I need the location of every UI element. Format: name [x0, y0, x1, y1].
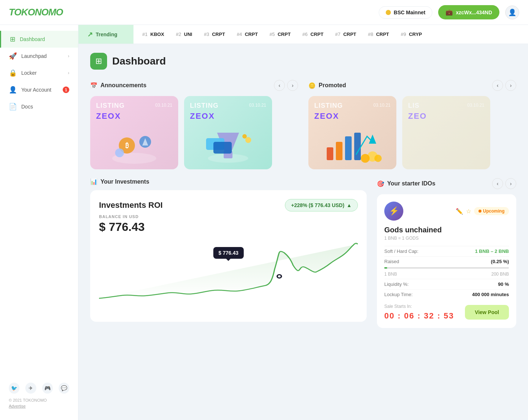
- sidebar-item-dashboard[interactable]: ⊞ Dashboard: [0, 31, 78, 48]
- svg-point-11: [245, 137, 251, 143]
- roi-title: Investments ROI: [99, 200, 163, 210]
- network-dot: [386, 10, 391, 15]
- promoted-section: 🪙 Promoted ‹ › LISTING 03.10.21 ZEOX: [308, 80, 516, 169]
- announcements-header: 📅 Announcements ‹ ›: [90, 80, 298, 91]
- promoted-card-1[interactable]: LISTING 03.10.21 ZEOX: [308, 96, 396, 169]
- view-pool-button[interactable]: View Pool: [465, 305, 509, 320]
- ido-actions: ✏️ ☆ Upcoming: [456, 207, 509, 215]
- advertise-link[interactable]: Advertise: [9, 404, 69, 408]
- investments-title: 📊 Your Investments: [90, 178, 149, 185]
- main-content: ⊞ Dashboard 📅 Announcements ‹ › LISTING …: [78, 44, 528, 420]
- announcements-nav: ‹ ›: [274, 80, 298, 91]
- launchpad-icon: 🚀: [9, 52, 17, 60]
- announcement-card-1[interactable]: LISTING 03.10.21 ZEOX ₿: [90, 96, 178, 169]
- card-brand: ZEOX: [190, 111, 215, 121]
- edit-icon[interactable]: ✏️: [456, 208, 463, 215]
- social-icons: 🐦 ✈ 🎮 💬: [9, 383, 69, 394]
- trending-item-9[interactable]: #9 CRYP: [401, 32, 422, 37]
- telegram-icon[interactable]: ✈: [25, 383, 36, 394]
- promoted-next-button[interactable]: ›: [505, 80, 516, 91]
- network-button[interactable]: BSC Mainnet: [379, 6, 432, 19]
- wallet-button[interactable]: 💼 xzcWx...434ND: [438, 5, 499, 19]
- reddit-icon[interactable]: 💬: [59, 383, 69, 394]
- sidebar-item-docs[interactable]: 📄 Docs: [0, 98, 78, 115]
- card-label: LISTING: [314, 102, 343, 110]
- svg-point-5: [115, 148, 124, 157]
- star-icon[interactable]: ☆: [466, 208, 471, 215]
- ido-rate: 1 BNB = 1 GODS: [384, 236, 509, 241]
- docs-icon: 📄: [9, 103, 17, 111]
- promoted-card-2[interactable]: LIS 03.10.21 ZEO: [402, 96, 490, 169]
- header-right: BSC Mainnet 💼 xzcWx...434ND 👤: [379, 5, 519, 19]
- header: TOKONOMO BSC Mainnet 💼 xzcWx...434ND 👤: [0, 0, 528, 25]
- trending-item-3[interactable]: #3 CRPT: [204, 32, 225, 37]
- ido-logo-icon: ⚡: [389, 206, 399, 216]
- trending-bar: ↗ Trending #1 KBOX #2 UNI #3 CRPT #4 CRP…: [78, 25, 528, 44]
- card-date: 03.10.21: [373, 103, 390, 108]
- account-icon: 👤: [9, 86, 17, 94]
- svg-rect-14: [336, 142, 342, 160]
- trending-item-7[interactable]: #7 CRPT: [335, 32, 356, 37]
- svg-point-22: [278, 275, 281, 277]
- ido-card-header: ⚡ ✏️ ☆ Upcoming: [384, 202, 509, 221]
- sidebar-item-launchpad[interactable]: 🚀 Launchpad ›: [0, 48, 78, 65]
- trending-item-2[interactable]: #2 UNI: [176, 32, 192, 37]
- card-date: 03.10.21: [249, 103, 266, 108]
- promoted-title: 🪙 Promoted: [308, 82, 346, 89]
- balance-label: BALANCE IN USD: [99, 214, 358, 219]
- trending-item-1[interactable]: #1 KBOX: [142, 32, 164, 37]
- discord-icon[interactable]: 🎮: [42, 383, 53, 394]
- page-header: ⊞ Dashboard: [90, 53, 516, 70]
- promoted-header: 🪙 Promoted ‹ ›: [308, 80, 516, 91]
- sidebar: ⊞ Dashboard 🚀 Launchpad › 🔒 Locker › 👤 Y…: [0, 25, 78, 420]
- card-illustration: [188, 122, 268, 166]
- investments-icon: 📊: [90, 178, 98, 185]
- promoted-nav: ‹ ›: [492, 80, 516, 91]
- promoted-cards: LISTING 03.10.21 ZEOX: [308, 96, 516, 169]
- wallet-icon: 💼: [445, 9, 453, 16]
- chart-tooltip: $ 776.43: [213, 247, 244, 259]
- card-brand: ZEO: [408, 111, 427, 121]
- triangle-up-icon: ▲: [346, 202, 352, 208]
- chart-area: $ 776.43: [99, 240, 358, 313]
- twitter-icon[interactable]: 🐦: [9, 383, 19, 394]
- avatar-button[interactable]: 👤: [505, 5, 519, 19]
- svg-point-20: [374, 155, 382, 162]
- announcements-section: 📅 Announcements ‹ › LISTING 03.10.21 ZEO…: [90, 80, 298, 169]
- svg-point-19: [361, 154, 370, 163]
- card-brand: ZEOX: [314, 111, 339, 121]
- svg-rect-16: [354, 133, 361, 160]
- ido-row-lockup: Lockup Time: 400 000 minutes: [384, 289, 509, 299]
- timer-wrapper: Sale Starts In: 00 : 06 : 32 : 53: [384, 304, 454, 321]
- trending-item-5[interactable]: #5 CRPT: [270, 32, 290, 37]
- trending-item-4[interactable]: #4 CRPT: [237, 32, 258, 37]
- user-icon: 👤: [508, 8, 516, 16]
- trending-item-6[interactable]: #6 CRPT: [302, 32, 323, 37]
- sidebar-item-locker[interactable]: 🔒 Locker ›: [0, 65, 78, 81]
- trending-item-8[interactable]: #8 CRPT: [368, 32, 389, 37]
- ido-next-button[interactable]: ›: [505, 178, 516, 189]
- card-illustration: [312, 122, 393, 166]
- ido-prev-button[interactable]: ‹: [492, 178, 503, 189]
- announcements-prev-button[interactable]: ‹: [274, 80, 285, 91]
- ido-title: 🎯 Your starter IDOs: [377, 180, 435, 187]
- promoted-prev-button[interactable]: ‹: [492, 80, 503, 91]
- svg-text:₿: ₿: [125, 142, 129, 149]
- upcoming-dot: [478, 210, 481, 213]
- trending-button[interactable]: ↗ Trending: [78, 25, 133, 44]
- card-brand: ZEOX: [96, 111, 121, 121]
- raised-labels: 1 BNB 200 BNB: [384, 272, 509, 277]
- promoted-icon: 🪙: [308, 82, 316, 89]
- raised-fill: [384, 267, 387, 269]
- sidebar-footer: 🐦 ✈ 🎮 💬 © 2021 TOKONOMO Advertise: [0, 377, 78, 414]
- page-icon: ⊞: [90, 53, 107, 70]
- announcements-next-button[interactable]: ›: [287, 80, 298, 91]
- announcement-card-2[interactable]: LISTING 03.10.21 ZEOX: [184, 96, 272, 169]
- ido-card: ⚡ ✏️ ☆ Upcoming Gods unchained 1 BNB = 1…: [377, 194, 516, 328]
- dashboard-icon: ⊞: [10, 35, 15, 43]
- chevron-right-icon: ›: [68, 70, 69, 75]
- sidebar-item-your-account[interactable]: 👤 Your Account 1: [0, 81, 78, 98]
- upcoming-badge: Upcoming: [474, 207, 509, 215]
- balance-value: $ 776.43: [99, 220, 358, 234]
- svg-rect-15: [345, 136, 352, 160]
